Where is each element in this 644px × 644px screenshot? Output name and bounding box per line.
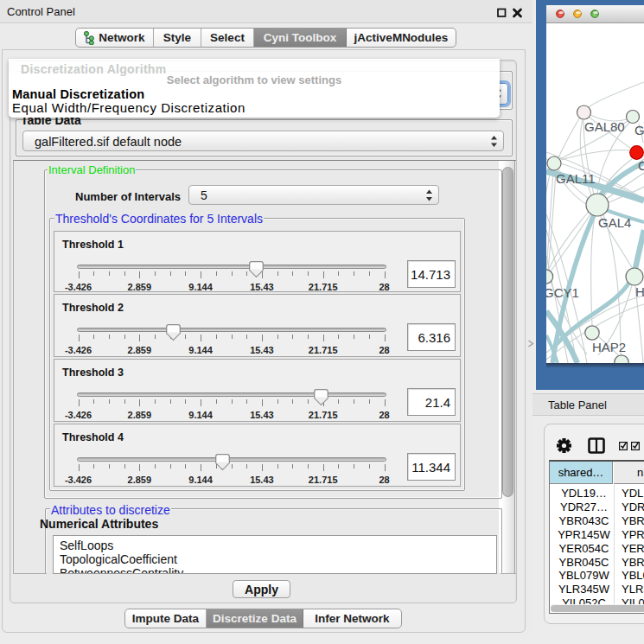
svg-text:GAL80: GAL80 [584, 119, 625, 134]
svg-text:G: G [634, 123, 644, 137]
svg-text:HAP2: HAP2 [592, 340, 626, 354]
svg-text:GAL11: GAL11 [556, 171, 596, 186]
svg-text:GAL4: GAL4 [598, 215, 631, 230]
svg-text:GCY1: GCY1 [546, 285, 579, 300]
svg-text:H: H [635, 284, 644, 299]
svg-text:C: C [638, 158, 644, 173]
